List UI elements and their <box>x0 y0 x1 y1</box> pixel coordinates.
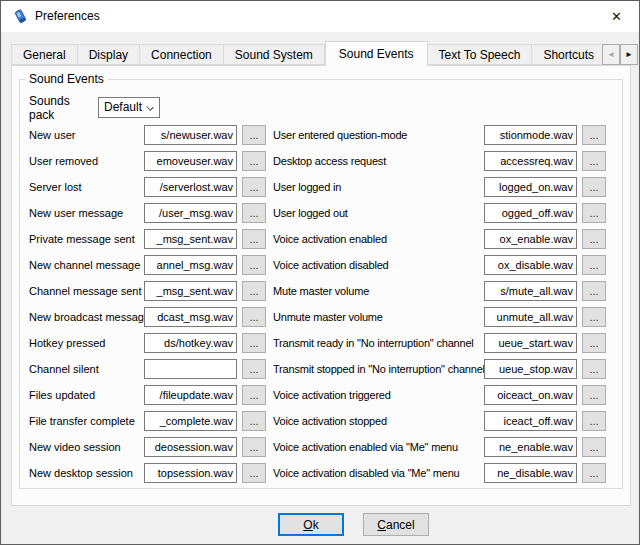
app-icon <box>12 8 29 25</box>
sound-file-input[interactable] <box>484 307 577 327</box>
sound-event-label: User removed <box>29 155 144 167</box>
tab-scroll-right-icon[interactable]: ► <box>620 44 638 65</box>
sound-event-label: File transfer complete <box>29 415 144 427</box>
browse-button[interactable]: ... <box>582 333 606 353</box>
browse-button[interactable]: ... <box>242 255 266 275</box>
sound-event-label: User entered question-mode <box>273 129 484 141</box>
browse-button[interactable]: ... <box>242 437 266 457</box>
sound-event-row: Channel message sent ... <box>29 278 269 304</box>
sound-event-row: User removed ... <box>29 148 269 174</box>
browse-button[interactable]: ... <box>242 385 266 405</box>
sound-event-row: New user ... <box>29 122 269 148</box>
browse-button[interactable]: ... <box>582 125 606 145</box>
browse-button[interactable]: ... <box>242 229 266 249</box>
sounds-pack-row: Sounds pack Default <box>29 97 160 118</box>
browse-button[interactable]: ... <box>582 255 606 275</box>
browse-button[interactable]: ... <box>582 307 606 327</box>
sound-file-input[interactable] <box>144 411 237 431</box>
sound-file-input[interactable] <box>484 281 577 301</box>
sound-file-input[interactable] <box>484 333 577 353</box>
chevron-down-icon <box>146 103 154 111</box>
browse-button[interactable]: ... <box>582 437 606 457</box>
sound-file-input[interactable] <box>144 203 237 223</box>
sound-file-input[interactable] <box>144 385 237 405</box>
sound-file-input[interactable] <box>144 177 237 197</box>
browse-button[interactable]: ... <box>582 229 606 249</box>
cancel-button[interactable]: Cancel <box>363 513 429 536</box>
sound-file-input[interactable] <box>144 437 237 457</box>
tab-scroll-left-icon[interactable]: ◄ <box>602 44 620 65</box>
sound-event-row: New video session ... <box>29 434 269 460</box>
browse-button[interactable]: ... <box>582 463 606 483</box>
browse-button[interactable]: ... <box>582 177 606 197</box>
browse-button[interactable]: ... <box>582 203 606 223</box>
browse-button[interactable]: ... <box>242 411 266 431</box>
sound-event-row: Voice activation stopped ... <box>273 408 613 434</box>
browse-button[interactable]: ... <box>242 333 266 353</box>
sound-file-input[interactable] <box>484 411 577 431</box>
sound-file-input[interactable] <box>484 125 577 145</box>
sound-file-input[interactable] <box>144 125 237 145</box>
sound-file-input[interactable] <box>484 151 577 171</box>
sound-file-input[interactable] <box>144 463 237 483</box>
preferences-window: Preferences ✕ General Display Connection… <box>0 0 640 545</box>
sound-file-input[interactable] <box>144 307 237 327</box>
sound-event-label: Private message sent <box>29 233 144 245</box>
sound-event-label: Channel silent <box>29 363 144 375</box>
browse-button[interactable]: ... <box>582 281 606 301</box>
sound-file-input[interactable] <box>484 229 577 249</box>
sound-event-row: Voice activation enabled ... <box>273 226 613 252</box>
sound-event-label: New channel message <box>29 259 144 271</box>
titlebar: Preferences ✕ <box>1 1 639 32</box>
sound-file-input[interactable] <box>144 151 237 171</box>
tab-sound-system[interactable]: Sound System <box>224 44 325 65</box>
tab-scroller: ◄ ► <box>602 44 638 65</box>
sound-event-label: Voice activation stopped <box>273 415 484 427</box>
sound-file-input[interactable] <box>144 359 237 379</box>
sound-event-row: Channel silent ... <box>29 356 269 382</box>
sound-file-input[interactable] <box>484 385 577 405</box>
sound-event-row: New desktop session ... <box>29 460 269 486</box>
groupbox-title: Sound Events <box>25 72 108 86</box>
tab-display[interactable]: Display <box>78 44 140 65</box>
browse-button[interactable]: ... <box>242 125 266 145</box>
sound-event-label: Voice activation triggered <box>273 389 484 401</box>
close-button[interactable]: ✕ <box>594 1 639 31</box>
browse-button[interactable]: ... <box>242 463 266 483</box>
tab-text-to-speech[interactable]: Text To Speech <box>428 44 533 65</box>
sound-file-input[interactable] <box>144 229 237 249</box>
browse-button[interactable]: ... <box>242 281 266 301</box>
browse-button[interactable]: ... <box>242 177 266 197</box>
tab-general[interactable]: General <box>11 44 78 65</box>
sound-file-input[interactable] <box>484 463 577 483</box>
tab-connection[interactable]: Connection <box>140 44 224 65</box>
sound-file-input[interactable] <box>484 177 577 197</box>
ok-button[interactable]: Ok <box>278 513 344 536</box>
browse-button[interactable]: ... <box>242 203 266 223</box>
browse-button[interactable]: ... <box>582 385 606 405</box>
sound-file-input[interactable] <box>144 255 237 275</box>
sound-event-label: Transmit ready in "No interruption" chan… <box>273 337 484 349</box>
browse-button[interactable]: ... <box>582 151 606 171</box>
browse-button[interactable]: ... <box>582 411 606 431</box>
browse-button[interactable]: ... <box>582 359 606 379</box>
browse-button[interactable]: ... <box>242 307 266 327</box>
sound-event-row: User logged in ... <box>273 174 613 200</box>
sound-event-row: Files updated ... <box>29 382 269 408</box>
browse-button[interactable]: ... <box>242 359 266 379</box>
sound-event-row: Hotkey pressed ... <box>29 330 269 356</box>
sound-file-input[interactable] <box>484 255 577 275</box>
sound-events-column-left: New user ... User removed ... Server los… <box>29 122 269 486</box>
sound-file-input[interactable] <box>144 333 237 353</box>
sound-file-input[interactable] <box>484 359 577 379</box>
sound-file-input[interactable] <box>144 281 237 301</box>
sound-event-row: Unmute master volume ... <box>273 304 613 330</box>
tab-shortcuts[interactable]: Shortcuts <box>532 44 602 65</box>
sound-event-label: New desktop session <box>29 467 144 479</box>
browse-button[interactable]: ... <box>242 151 266 171</box>
tab-sound-events[interactable]: Sound Events <box>325 41 428 66</box>
sound-file-input[interactable] <box>484 203 577 223</box>
sounds-pack-select[interactable]: Default <box>98 97 160 118</box>
sound-file-input[interactable] <box>484 437 577 457</box>
sound-event-row: Transmit ready in "No interruption" chan… <box>273 330 613 356</box>
